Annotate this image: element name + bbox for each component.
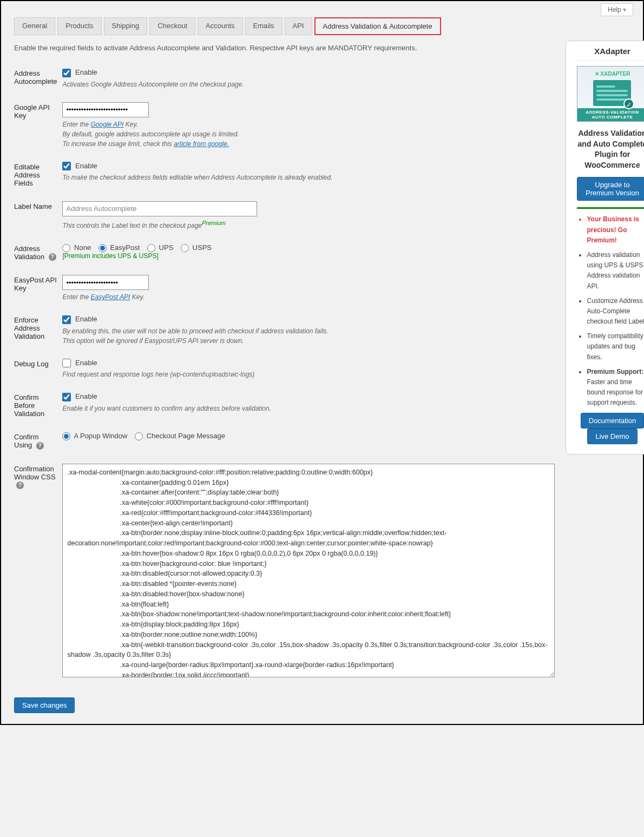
label-validation: Address Validation ? xyxy=(14,237,62,269)
help-icon[interactable]: ? xyxy=(36,442,44,450)
tab-accounts[interactable]: Accounts xyxy=(198,17,242,35)
label-debug: Debug Log xyxy=(14,352,62,386)
label-labelname: Label Name xyxy=(14,195,62,237)
desc-confirm-before: Enable it if you want customers to confi… xyxy=(62,404,555,413)
radio-usps[interactable] xyxy=(181,244,189,252)
radio-easypost[interactable] xyxy=(98,244,107,252)
radio-page-message[interactable] xyxy=(135,432,143,440)
confirmation-css-textarea[interactable] xyxy=(62,464,555,677)
list-item: Timely compatibility updates and bug fix… xyxy=(587,331,644,363)
tab-api[interactable]: API xyxy=(285,17,312,35)
tab-address-validation[interactable]: Address Validation & Autocomplete xyxy=(314,17,441,35)
save-button[interactable]: Save changes xyxy=(14,697,75,713)
radio-none-label: None xyxy=(74,243,91,252)
label-name-input[interactable] xyxy=(62,201,257,216)
premium-badge: Premium xyxy=(202,220,226,226)
checkbox-autocomplete[interactable] xyxy=(62,69,71,77)
desc-editable: To make the checkout address fields edit… xyxy=(62,173,555,182)
sidebar-list: Your Business is precious! Go Premium! A… xyxy=(577,214,644,408)
tab-products[interactable]: Products xyxy=(57,17,101,35)
intro-text: Enable the required fields to activate A… xyxy=(14,44,555,52)
label-easypost-api: EasyPost API Key xyxy=(14,268,62,308)
checkbox-debug[interactable] xyxy=(62,359,71,367)
checkbox-enforce[interactable] xyxy=(62,315,71,324)
desc-enforce: By enabling this, the user will not be a… xyxy=(62,326,555,346)
link-easypost-api[interactable]: EasyPost API xyxy=(91,293,130,301)
label-css: Confirmation Window CSS ? xyxy=(14,457,62,686)
desc-easypost: Enter the EasyPost API Key. xyxy=(62,292,555,302)
radio-none[interactable] xyxy=(62,244,70,252)
radio-ups-label: UPS xyxy=(159,243,174,252)
label-confirm-before: Confirm Before Validation xyxy=(14,386,62,425)
radio-ups[interactable] xyxy=(147,244,155,252)
label-editable: Editable Address Fields xyxy=(14,155,62,195)
premium-includes-note: [Premium includes UPS & USPS] xyxy=(62,252,555,260)
sidebar-promo-image: ✕ XADAPTER ✓ ADDRESS-VALIDATION AUTO COM… xyxy=(577,66,644,122)
label-autocomplete: Address Autocomplete xyxy=(14,62,62,96)
tab-shipping[interactable]: Shipping xyxy=(104,17,148,35)
checkbox-editable-label: Enable xyxy=(75,162,97,170)
desc-labelname: This controls the Label text in the chec… xyxy=(62,219,555,230)
live-demo-button[interactable]: Live Demo xyxy=(587,429,637,444)
sidebar-subtitle: Address Validation and Auto Complete Plu… xyxy=(577,128,644,170)
tab-emails[interactable]: Emails xyxy=(245,17,282,35)
checkbox-confirm-before-label: Enable xyxy=(75,392,97,400)
checkbox-editable[interactable] xyxy=(62,162,71,170)
promo-caption: ADDRESS-VALIDATION AUTO COMPLETE xyxy=(577,108,644,121)
radio-easypost-label: EasyPost xyxy=(110,243,140,252)
checkbox-confirm-before[interactable] xyxy=(62,393,71,401)
list-item: Customize Address Auto-Complete checkout… xyxy=(587,296,644,327)
upgrade-button[interactable]: Upgrade to Premium Version xyxy=(577,177,644,201)
easypost-api-key-input[interactable] xyxy=(62,275,149,290)
radio-popup[interactable] xyxy=(62,432,70,440)
desc-autocomplete: Activates Google Address Autocomplete on… xyxy=(62,80,555,89)
list-item: Premium Support: Faster and time bound r… xyxy=(587,367,644,408)
settings-tabs: General Products Shipping Checkout Accou… xyxy=(14,17,643,35)
radio-page-message-label: Checkout Page Message xyxy=(147,432,225,440)
link-google-article[interactable]: article from google. xyxy=(174,140,229,148)
desc-debug: Find request and response logs here (wp-… xyxy=(62,370,555,379)
link-google-api[interactable]: Google API xyxy=(91,121,124,128)
google-api-key-input[interactable] xyxy=(62,102,149,117)
sidebar-title: XAdapter xyxy=(577,47,644,61)
check-icon: ✓ xyxy=(623,98,634,109)
tab-checkout[interactable]: Checkout xyxy=(149,17,195,35)
sidebar-panel: XAdapter ✕ XADAPTER ✓ ADDRESS-VALIDATION… xyxy=(566,41,644,454)
checkbox-enforce-label: Enable xyxy=(75,315,97,323)
help-icon[interactable]: ? xyxy=(49,253,56,261)
xadapter-logo: ✕ XADAPTER xyxy=(581,71,643,77)
go-premium-text: Your Business is precious! Go Premium! xyxy=(587,214,644,246)
help-icon[interactable]: ? xyxy=(16,482,24,489)
tab-general[interactable]: General xyxy=(14,17,55,35)
checkbox-autocomplete-label: Enable xyxy=(75,68,97,76)
documentation-button[interactable]: Documentation xyxy=(581,413,644,429)
help-tab[interactable]: Help xyxy=(601,3,633,16)
radio-popup-label: A Popup Window xyxy=(74,432,127,440)
desc-google-api: Enter the Google API Key. By default, go… xyxy=(62,120,555,149)
checkbox-debug-label: Enable xyxy=(75,359,97,367)
label-google-api: Google API Key xyxy=(14,96,62,155)
label-confirm-using: Confirm Using ? xyxy=(14,425,62,457)
label-enforce: Enforce Address Validation xyxy=(14,308,62,352)
radio-usps-label: USPS xyxy=(193,243,212,252)
list-item: Address validation using UPS & USPS Addr… xyxy=(587,250,644,292)
